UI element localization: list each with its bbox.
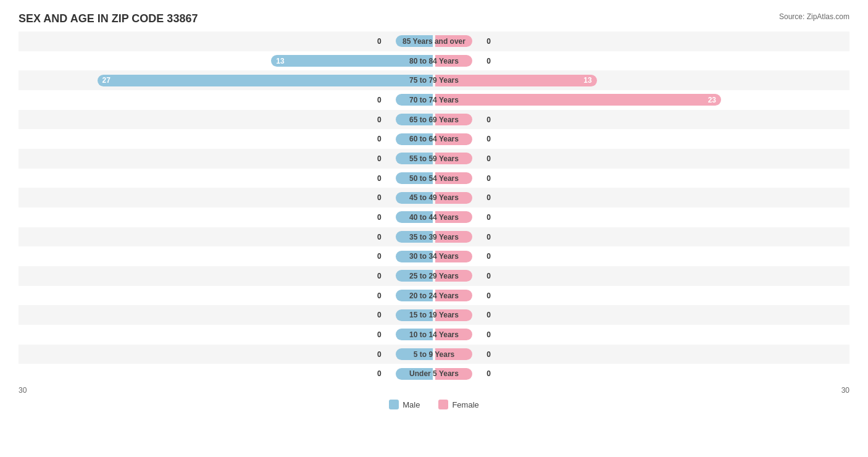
chart-title: SEX AND AGE IN ZIP CODE 33867 bbox=[19, 12, 849, 25]
bar-row: 2775 to 79 Years13 bbox=[19, 70, 849, 90]
male-bar: 0 bbox=[396, 94, 433, 106]
bar-row: 1380 to 84 Years0 bbox=[19, 51, 849, 71]
male-value-zero: 0 bbox=[377, 37, 382, 46]
bar-row: 055 to 59 Years0 bbox=[19, 149, 849, 169]
male-bar: 0 bbox=[396, 251, 433, 262]
axis-left: 30 bbox=[19, 386, 27, 395]
female-bar: 0 bbox=[435, 55, 472, 67]
male-bar: 13 bbox=[271, 55, 433, 67]
female-value-zero: 0 bbox=[486, 37, 491, 46]
male-bar: 0 bbox=[396, 172, 433, 184]
male-value-zero: 0 bbox=[377, 174, 382, 183]
male-value-zero: 0 bbox=[377, 96, 382, 104]
female-bar: 0 bbox=[435, 251, 472, 262]
bar-row: 020 to 24 Years0 bbox=[19, 286, 849, 306]
left-section: 13 bbox=[19, 51, 434, 71]
bar-row: 030 to 34 Years0 bbox=[19, 246, 849, 266]
left-section: 0 bbox=[19, 188, 434, 208]
male-bar: 0 bbox=[396, 309, 433, 321]
right-section: 13 bbox=[434, 70, 849, 90]
right-section: 0 bbox=[434, 149, 849, 169]
male-value-zero: 0 bbox=[377, 213, 382, 222]
left-section: 0 bbox=[19, 246, 434, 266]
right-section: 0 bbox=[434, 325, 849, 345]
female-bar: 0 bbox=[435, 290, 472, 301]
male-bar: 0 bbox=[396, 153, 433, 164]
right-section: 0 bbox=[434, 345, 849, 364]
bar-row: 05 to 9 Years0 bbox=[19, 345, 849, 364]
bar-row: 035 to 39 Years0 bbox=[19, 227, 849, 247]
male-bar: 0 bbox=[396, 192, 433, 204]
female-bar: 0 bbox=[435, 153, 472, 164]
male-value-zero: 0 bbox=[377, 154, 382, 163]
bar-row: 0Under 5 Years0 bbox=[19, 364, 849, 384]
legend: Male Female bbox=[19, 400, 849, 409]
right-section: 0 bbox=[434, 169, 849, 188]
male-value-zero: 0 bbox=[377, 272, 382, 280]
female-value-zero: 0 bbox=[486, 115, 491, 124]
male-bar: 0 bbox=[396, 329, 433, 340]
male-value-inside: 13 bbox=[276, 57, 284, 65]
chart-container: SEX AND AGE IN ZIP CODE 33867 Source: Zi… bbox=[0, 0, 868, 457]
female-swatch bbox=[438, 400, 448, 409]
male-bar: 0 bbox=[396, 114, 433, 125]
legend-female: Female bbox=[438, 400, 478, 409]
female-value-zero: 0 bbox=[486, 174, 491, 183]
right-section: 0 bbox=[434, 188, 849, 208]
left-section: 0 bbox=[19, 364, 434, 384]
left-section: 0 bbox=[19, 129, 434, 149]
right-section: 0 bbox=[434, 31, 849, 51]
right-section: 0 bbox=[434, 110, 849, 130]
source-label: Source: ZipAtlas.com bbox=[779, 12, 849, 21]
male-value-zero: 0 bbox=[377, 135, 382, 143]
female-bar: 0 bbox=[435, 211, 472, 223]
female-value-zero: 0 bbox=[486, 233, 491, 241]
male-value-inside: 27 bbox=[102, 76, 111, 85]
male-bar: 0 bbox=[396, 368, 433, 380]
right-section: 0 bbox=[434, 51, 849, 71]
right-section: 0 bbox=[434, 286, 849, 306]
male-bar: 0 bbox=[396, 35, 433, 47]
male-bar: 0 bbox=[396, 211, 433, 223]
right-section: 0 bbox=[434, 266, 849, 286]
legend-male: Male bbox=[389, 400, 420, 409]
male-value-zero: 0 bbox=[377, 233, 382, 241]
female-value-zero: 0 bbox=[486, 154, 491, 163]
female-bar: 0 bbox=[435, 172, 472, 184]
male-value-zero: 0 bbox=[377, 252, 382, 261]
female-value-zero: 0 bbox=[486, 193, 491, 202]
female-bar: 0 bbox=[435, 348, 472, 360]
left-section: 0 bbox=[19, 90, 434, 110]
right-section: 0 bbox=[434, 227, 849, 247]
left-section: 0 bbox=[19, 286, 434, 306]
bar-row: 065 to 69 Years0 bbox=[19, 110, 849, 130]
female-bar: 0 bbox=[435, 192, 472, 204]
female-label: Female bbox=[452, 400, 478, 409]
male-bar: 0 bbox=[396, 133, 433, 145]
male-bar: 0 bbox=[396, 290, 433, 301]
female-value-zero: 0 bbox=[486, 291, 491, 300]
bar-row: 040 to 44 Years0 bbox=[19, 208, 849, 227]
male-value-zero: 0 bbox=[377, 330, 382, 339]
female-bar: 13 bbox=[435, 75, 597, 86]
left-section: 0 bbox=[19, 345, 434, 364]
female-bar: 23 bbox=[435, 94, 721, 106]
bar-row: 025 to 29 Years0 bbox=[19, 266, 849, 286]
female-value-zero: 0 bbox=[486, 252, 491, 261]
chart-area: 085 Years and over01380 to 84 Years02775… bbox=[19, 31, 849, 408]
female-bar: 0 bbox=[435, 231, 472, 243]
female-bar: 0 bbox=[435, 368, 472, 380]
left-section: 0 bbox=[19, 110, 434, 130]
bar-row: 085 Years and over0 bbox=[19, 31, 849, 51]
right-section: 0 bbox=[434, 246, 849, 266]
rows-container: 085 Years and over01380 to 84 Years02775… bbox=[19, 31, 849, 384]
bar-row: 070 to 74 Years23 bbox=[19, 90, 849, 110]
male-bar: 0 bbox=[396, 231, 433, 243]
left-section: 0 bbox=[19, 149, 434, 169]
female-value-zero: 0 bbox=[486, 272, 491, 280]
female-value-zero: 0 bbox=[486, 57, 491, 65]
female-value-zero: 0 bbox=[486, 135, 491, 143]
female-bar: 0 bbox=[435, 309, 472, 321]
male-bar: 27 bbox=[98, 75, 433, 86]
female-value-inside: 13 bbox=[583, 76, 591, 85]
